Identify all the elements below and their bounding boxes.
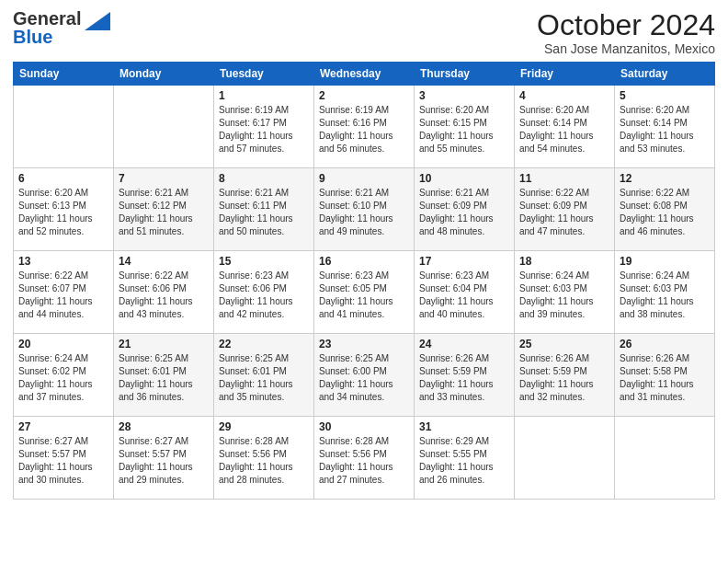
day-number: 28 (119, 420, 209, 433)
day-number: 6 (18, 172, 108, 185)
day-number: 16 (319, 255, 409, 268)
day-number: 20 (18, 338, 108, 350)
day-info: Sunrise: 6:23 AMSunset: 6:06 PMDaylight:… (219, 270, 309, 321)
location: San Jose Manzanitos, Mexico (537, 41, 715, 56)
table-row: 21 Sunrise: 6:25 AMSunset: 6:01 PMDaylig… (114, 334, 214, 417)
table-row: 15 Sunrise: 6:23 AMSunset: 6:06 PMDaylig… (214, 251, 314, 334)
day-info: Sunrise: 6:22 AMSunset: 6:08 PMDaylight:… (620, 187, 710, 238)
table-row: 12 Sunrise: 6:22 AMSunset: 6:08 PMDaylig… (615, 168, 715, 251)
table-row (114, 86, 214, 168)
table-row: 29 Sunrise: 6:28 AMSunset: 5:56 PMDaylig… (214, 417, 314, 500)
day-info: Sunrise: 6:21 AMSunset: 6:10 PMDaylight:… (319, 187, 409, 238)
col-thursday: Thursday (415, 63, 515, 86)
table-row: 27 Sunrise: 6:27 AMSunset: 5:57 PMDaylig… (14, 417, 114, 500)
day-info: Sunrise: 6:28 AMSunset: 5:56 PMDaylight:… (319, 435, 409, 487)
day-info: Sunrise: 6:21 AMSunset: 6:11 PMDaylight:… (219, 187, 309, 238)
day-number: 24 (419, 338, 509, 350)
logo-general: General (13, 8, 81, 29)
day-number: 2 (319, 89, 409, 102)
day-number: 9 (319, 172, 409, 185)
day-info: Sunrise: 6:26 AMSunset: 5:59 PMDaylight:… (519, 352, 609, 404)
day-info: Sunrise: 6:21 AMSunset: 6:09 PMDaylight:… (419, 187, 509, 238)
col-monday: Monday (114, 63, 214, 86)
logo: General Blue (13, 9, 110, 46)
table-row: 14 Sunrise: 6:22 AMSunset: 6:06 PMDaylig… (114, 251, 214, 334)
table-row: 13 Sunrise: 6:22 AMSunset: 6:07 PMDaylig… (14, 251, 114, 334)
calendar-row: 27 Sunrise: 6:27 AMSunset: 5:57 PMDaylig… (14, 417, 715, 500)
table-row: 17 Sunrise: 6:23 AMSunset: 6:04 PMDaylig… (415, 251, 515, 334)
table-row: 28 Sunrise: 6:27 AMSunset: 5:57 PMDaylig… (114, 417, 214, 500)
table-row: 5 Sunrise: 6:20 AMSunset: 6:14 PMDayligh… (615, 86, 715, 168)
col-wednesday: Wednesday (314, 63, 415, 86)
table-row: 25 Sunrise: 6:26 AMSunset: 5:59 PMDaylig… (515, 334, 615, 417)
logo-blue: Blue (13, 27, 52, 47)
day-number: 30 (319, 420, 409, 433)
table-row: 24 Sunrise: 6:26 AMSunset: 5:59 PMDaylig… (415, 334, 515, 417)
table-row: 31 Sunrise: 6:29 AMSunset: 5:55 PMDaylig… (415, 417, 515, 500)
table-row (615, 417, 715, 500)
col-friday: Friday (515, 63, 615, 86)
day-info: Sunrise: 6:22 AMSunset: 6:06 PMDaylight:… (119, 270, 209, 321)
day-number: 5 (620, 89, 710, 102)
day-info: Sunrise: 6:27 AMSunset: 5:57 PMDaylight:… (119, 435, 209, 487)
day-number: 17 (419, 255, 509, 268)
day-info: Sunrise: 6:25 AMSunset: 6:00 PMDaylight:… (319, 352, 409, 404)
day-number: 18 (519, 255, 609, 268)
day-number: 4 (519, 89, 609, 102)
calendar-row: 6 Sunrise: 6:20 AMSunset: 6:13 PMDayligh… (14, 168, 715, 251)
table-row: 6 Sunrise: 6:20 AMSunset: 6:13 PMDayligh… (14, 168, 114, 251)
day-info: Sunrise: 6:26 AMSunset: 5:59 PMDaylight:… (419, 352, 509, 404)
page: General Blue October 2024 San Jose Manza… (0, 0, 728, 563)
day-info: Sunrise: 6:24 AMSunset: 6:03 PMDaylight:… (519, 270, 609, 321)
month-title: October 2024 (537, 9, 715, 41)
table-row: 20 Sunrise: 6:24 AMSunset: 6:02 PMDaylig… (14, 334, 114, 417)
day-info: Sunrise: 6:22 AMSunset: 6:09 PMDaylight:… (519, 187, 609, 238)
calendar-table: Sunday Monday Tuesday Wednesday Thursday… (13, 62, 715, 500)
table-row: 22 Sunrise: 6:25 AMSunset: 6:01 PMDaylig… (214, 334, 314, 417)
day-number: 14 (119, 255, 209, 268)
day-number: 12 (620, 172, 710, 185)
day-info: Sunrise: 6:28 AMSunset: 5:56 PMDaylight:… (219, 435, 309, 487)
day-number: 7 (119, 172, 209, 185)
table-row: 19 Sunrise: 6:24 AMSunset: 6:03 PMDaylig… (615, 251, 715, 334)
table-row: 7 Sunrise: 6:21 AMSunset: 6:12 PMDayligh… (114, 168, 214, 251)
day-number: 29 (219, 420, 309, 433)
day-number: 8 (219, 172, 309, 185)
table-row: 2 Sunrise: 6:19 AMSunset: 6:16 PMDayligh… (314, 86, 415, 168)
calendar-row: 13 Sunrise: 6:22 AMSunset: 6:07 PMDaylig… (14, 251, 715, 334)
day-number: 3 (419, 89, 509, 102)
calendar-row: 1 Sunrise: 6:19 AMSunset: 6:17 PMDayligh… (14, 86, 715, 168)
table-row: 9 Sunrise: 6:21 AMSunset: 6:10 PMDayligh… (314, 168, 415, 251)
day-number: 21 (119, 338, 209, 350)
day-info: Sunrise: 6:21 AMSunset: 6:12 PMDaylight:… (119, 187, 209, 238)
day-info: Sunrise: 6:24 AMSunset: 6:02 PMDaylight:… (18, 352, 108, 404)
title-block: October 2024 San Jose Manzanitos, Mexico (537, 9, 715, 56)
day-info: Sunrise: 6:23 AMSunset: 6:04 PMDaylight:… (419, 270, 509, 321)
day-info: Sunrise: 6:23 AMSunset: 6:05 PMDaylight:… (319, 270, 409, 321)
day-number: 22 (219, 338, 309, 350)
header: General Blue October 2024 San Jose Manza… (13, 9, 715, 56)
logo-icon (85, 12, 110, 30)
table-row: 23 Sunrise: 6:25 AMSunset: 6:00 PMDaylig… (314, 334, 415, 417)
day-number: 10 (419, 172, 509, 185)
calendar-row: 20 Sunrise: 6:24 AMSunset: 6:02 PMDaylig… (14, 334, 715, 417)
table-row: 30 Sunrise: 6:28 AMSunset: 5:56 PMDaylig… (314, 417, 415, 500)
day-number: 1 (219, 89, 309, 102)
day-number: 23 (319, 338, 409, 350)
day-info: Sunrise: 6:19 AMSunset: 6:16 PMDaylight:… (319, 104, 409, 155)
day-number: 15 (219, 255, 309, 268)
day-number: 19 (620, 255, 710, 268)
day-info: Sunrise: 6:20 AMSunset: 6:14 PMDaylight:… (519, 104, 609, 155)
day-number: 11 (519, 172, 609, 185)
table-row: 3 Sunrise: 6:20 AMSunset: 6:15 PMDayligh… (415, 86, 515, 168)
svg-marker-0 (85, 12, 110, 30)
col-tuesday: Tuesday (214, 63, 314, 86)
table-row: 11 Sunrise: 6:22 AMSunset: 6:09 PMDaylig… (515, 168, 615, 251)
table-row: 26 Sunrise: 6:26 AMSunset: 5:58 PMDaylig… (615, 334, 715, 417)
day-info: Sunrise: 6:24 AMSunset: 6:03 PMDaylight:… (620, 270, 710, 321)
header-row: Sunday Monday Tuesday Wednesday Thursday… (14, 63, 715, 86)
day-info: Sunrise: 6:22 AMSunset: 6:07 PMDaylight:… (18, 270, 108, 321)
day-info: Sunrise: 6:29 AMSunset: 5:55 PMDaylight:… (419, 435, 509, 487)
table-row: 4 Sunrise: 6:20 AMSunset: 6:14 PMDayligh… (515, 86, 615, 168)
day-number: 26 (620, 338, 710, 350)
